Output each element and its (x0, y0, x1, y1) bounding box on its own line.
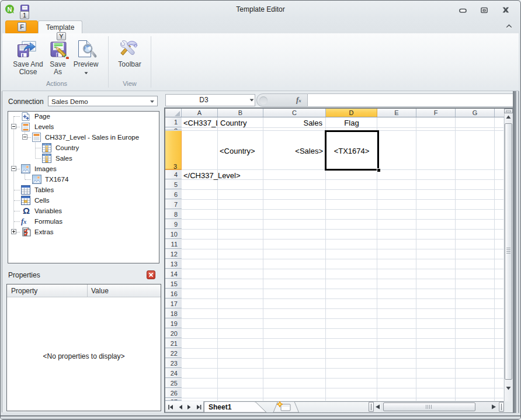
svg-text:N: N (8, 6, 12, 13)
